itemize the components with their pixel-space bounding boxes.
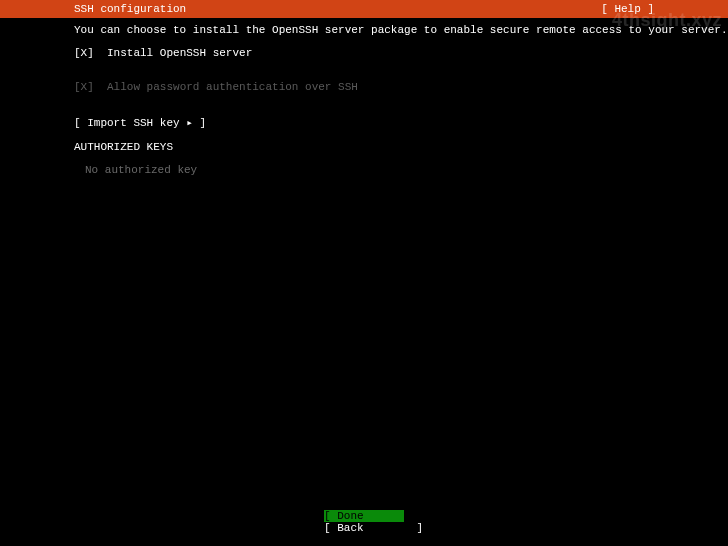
page-title: SSH configuration	[74, 3, 186, 15]
header-bar: SSH configuration [ Help ]	[0, 0, 728, 18]
no-authorized-key-text: No authorized key	[74, 163, 654, 178]
back-button[interactable]: [ Back ]	[324, 522, 404, 534]
option-allow-password-auth[interactable]: [X] Allow password authentication over S…	[74, 80, 654, 95]
help-button[interactable]: [ Help ]	[601, 3, 654, 15]
option-label: Allow password authentication over SSH	[107, 81, 358, 93]
option-install-openssh[interactable]: [X] Install OpenSSH server	[74, 46, 654, 61]
done-button[interactable]: [ Done ]	[324, 510, 404, 522]
description-text: You can choose to install the OpenSSH se…	[74, 23, 654, 38]
checkbox-allow-password[interactable]: [X]	[74, 81, 94, 93]
checkbox-install-openssh[interactable]: [X]	[74, 47, 94, 59]
import-ssh-key-button[interactable]: [ Import SSH key ▸ ]	[74, 116, 654, 131]
footer-buttons: [ Done ] [ Back ]	[0, 510, 728, 534]
authorized-keys-label: AUTHORIZED KEYS	[74, 140, 654, 155]
main-content: You can choose to install the OpenSSH se…	[0, 18, 728, 178]
option-label: Install OpenSSH server	[107, 47, 252, 59]
